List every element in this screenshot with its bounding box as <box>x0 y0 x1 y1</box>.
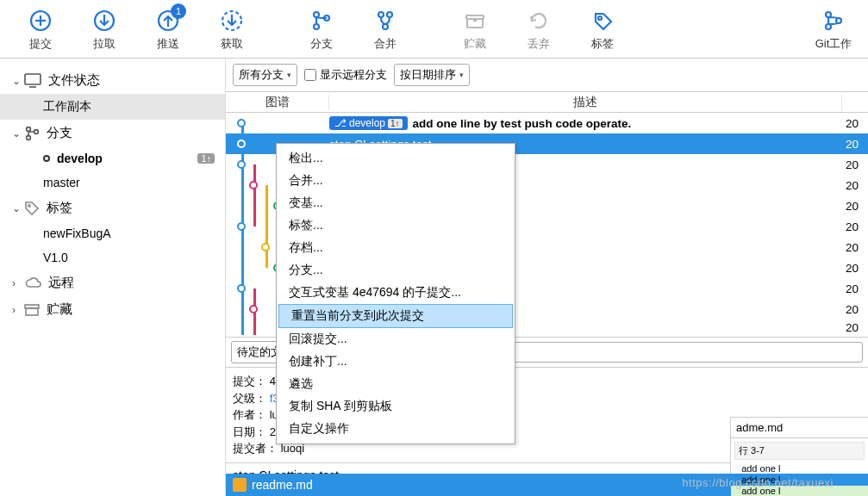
tags-label: 标签 <box>47 200 72 216</box>
svg-point-24 <box>27 127 31 131</box>
main-toolbar: 提交 拉取 1 推送 获取 分支 合并 贮藏 丢弃 标签 Git工作 <box>0 0 868 59</box>
sidebar-tag-item[interactable]: newFixBugA <box>0 221 225 245</box>
ctx-item[interactable]: 回滚提交... <box>277 328 515 350</box>
push-label: 推送 <box>157 36 179 52</box>
commit-row[interactable]: ⎇develop 1↑ add one line by test push co… <box>226 113 868 133</box>
chevron-down-icon: ⌄ <box>12 127 24 140</box>
tag-icon <box>24 201 40 216</box>
sort-combo[interactable]: 按日期排序▾ <box>394 64 470 86</box>
sidebar-branch-master[interactable]: master <box>0 170 225 195</box>
sidebar-file-state-header[interactable]: ⌄ 文件状态 <box>0 67 225 94</box>
monitor-icon <box>24 73 41 89</box>
sidebar-tags-header[interactable]: ⌄ 标签 <box>0 195 225 221</box>
ctx-item[interactable]: 复制 SHA 到剪贴板 <box>277 395 515 418</box>
discard-button[interactable]: 丢弃 <box>507 3 571 52</box>
tag-label: 标签 <box>591 36 614 52</box>
branch-mini-icon: ⎇ <box>334 117 347 129</box>
show-remote-input[interactable] <box>304 69 316 81</box>
ctx-item[interactable]: 变基... <box>277 192 515 214</box>
svg-rect-29 <box>25 305 39 308</box>
ctx-item[interactable]: 遴选 <box>277 373 515 395</box>
ctx-item[interactable]: 合并... <box>277 170 515 192</box>
commit-button[interactable]: 提交 <box>9 3 72 52</box>
sidebar-stashes-header[interactable]: › 贮藏 <box>0 296 225 323</box>
commit-desc: add one line by test push code operate. <box>413 117 632 130</box>
chevron-down-icon: ⌄ <box>12 202 24 214</box>
diff-hunk-header: 行 3-7 <box>734 442 865 460</box>
svg-point-25 <box>27 135 31 140</box>
grid-header: 图谱 描述 <box>226 92 868 113</box>
push-badge: 1 <box>171 3 186 19</box>
branch-filter-combo[interactable]: 所有分支▾ <box>233 64 297 86</box>
ctx-item[interactable]: 重置当前分支到此次提交 <box>278 304 513 328</box>
chevron-right-icon: › <box>12 304 24 316</box>
discard-label: 丢弃 <box>528 36 550 52</box>
pull-button[interactable]: 拉取 <box>72 3 136 52</box>
branches-label: 分支 <box>47 125 72 141</box>
cloud-icon <box>24 276 41 290</box>
col-desc-header[interactable]: 描述 <box>329 95 842 110</box>
tag-button[interactable]: 标签 <box>571 3 634 52</box>
ctx-item[interactable]: 交互式变基 4e47694 的子提交... <box>277 282 515 304</box>
ahead-badge: 1↑ <box>197 153 215 164</box>
merge-button[interactable]: 合并 <box>353 3 417 52</box>
filter-bar: 所有分支▾ 显示远程分支 按日期排序▾ <box>226 59 868 92</box>
svg-point-26 <box>34 129 39 133</box>
chevron-down-icon: ▾ <box>459 71 464 79</box>
branch-button[interactable]: 分支 <box>290 3 353 52</box>
diff-pane: adme.md 行 3-7 add one l add one l add on… <box>730 417 868 474</box>
fetch-label: 获取 <box>221 36 243 52</box>
ctx-item[interactable]: 创建补丁... <box>277 350 515 373</box>
ctx-item[interactable]: 分支... <box>277 259 515 282</box>
commit-label: 提交 <box>29 36 52 52</box>
gitflow-button[interactable]: Git工作 <box>808 3 859 52</box>
svg-point-13 <box>387 12 392 17</box>
remotes-label: 远程 <box>48 275 74 291</box>
merge-label: 合并 <box>374 36 397 52</box>
chevron-right-icon: › <box>12 277 24 289</box>
chevron-down-icon: ▾ <box>287 71 291 79</box>
file-state-label: 文件状态 <box>48 72 100 89</box>
sidebar-branches-header[interactable]: ⌄ 分支 <box>0 120 225 146</box>
diff-line: add one l <box>731 463 868 474</box>
svg-point-10 <box>314 24 319 29</box>
branch-label: 分支 <box>310 36 333 52</box>
diff-line: add one l <box>731 474 868 486</box>
fetch-button[interactable]: 获取 <box>200 3 264 52</box>
sidebar-item-working-copy[interactable]: 工作副本 <box>0 94 225 120</box>
ctx-item[interactable]: 存档... <box>277 237 515 259</box>
svg-rect-16 <box>466 16 484 19</box>
pull-label: 拉取 <box>93 36 116 52</box>
sidebar-remotes-header[interactable]: › 远程 <box>0 270 225 296</box>
svg-point-14 <box>383 24 388 29</box>
stash-label: 贮藏 <box>464 36 486 52</box>
svg-point-9 <box>314 12 319 17</box>
file-icon <box>233 478 247 492</box>
svg-point-12 <box>378 12 384 17</box>
ctx-item[interactable]: 检出... <box>277 147 515 170</box>
diff-line: add one l <box>731 486 868 496</box>
stash-button[interactable]: 贮藏 <box>443 3 507 52</box>
branch-tag: ⎇develop 1↑ <box>329 116 408 130</box>
svg-rect-28 <box>26 308 38 315</box>
sidebar: ⌄ 文件状态 工作副本 ⌄ 分支 develop 1↑ master ⌄ 标签 … <box>0 59 226 496</box>
ctx-item[interactable]: 标签... <box>277 214 515 237</box>
branch-icon <box>24 126 40 141</box>
sidebar-tag-item[interactable]: V1.0 <box>0 245 225 270</box>
chevron-down-icon: ⌄ <box>12 75 24 87</box>
push-button[interactable]: 1 推送 <box>136 3 200 52</box>
file-name: readme.md <box>252 478 313 492</box>
stashes-label: 贮藏 <box>47 301 72 318</box>
diff-file-header: adme.md <box>731 418 868 438</box>
show-remote-checkbox[interactable]: 显示远程分支 <box>304 67 387 83</box>
svg-rect-22 <box>25 74 41 84</box>
gitflow-label: Git工作 <box>815 36 852 52</box>
ctx-item[interactable]: 自定义操作 <box>277 418 515 440</box>
current-branch-icon <box>43 155 50 162</box>
commit-context-menu: 检出...合并...变基...标签...存档...分支...交互式变基 4e47… <box>276 143 515 444</box>
svg-point-18 <box>598 16 602 20</box>
svg-point-27 <box>28 204 31 207</box>
col-graph-header[interactable]: 图谱 <box>226 95 329 110</box>
sidebar-branch-develop[interactable]: develop 1↑ <box>0 146 225 170</box>
box-icon <box>24 303 40 317</box>
